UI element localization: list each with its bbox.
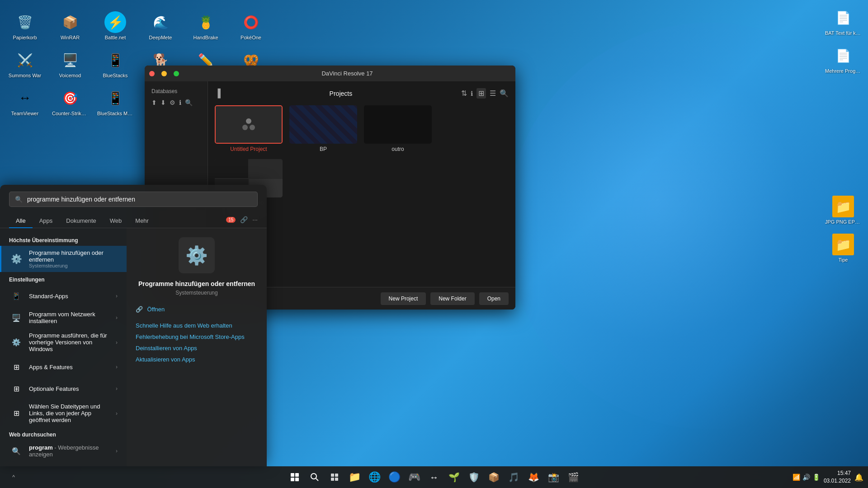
chrome-button[interactable]: 🔵 xyxy=(385,468,403,486)
grid-view-icon[interactable]: ⊞ xyxy=(476,88,486,99)
result-item-apps-features[interactable]: ⊞ Apps & Features › xyxy=(0,356,127,378)
web-search-term: program xyxy=(29,444,53,451)
desktop-icon-handbrake[interactable]: 🍍 HandBrake xyxy=(185,9,226,42)
volume-icon[interactable]: 🔊 xyxy=(802,474,810,481)
sidebar-icon-5[interactable]: 🔍 xyxy=(185,99,193,106)
result-main-netzwerk: Programm vom Netzwerk installieren xyxy=(29,311,110,324)
system-clock[interactable]: 15:47 03.01.2022 xyxy=(824,469,851,485)
section-hoechste-label: Höchste Übereinstimmung xyxy=(0,233,127,246)
result-icon-top: ⚙️ xyxy=(9,252,24,266)
tab-apps[interactable]: Apps xyxy=(33,214,60,228)
desktop-icon-jpg[interactable]: 📁 JPG PNG EPS SVG DXF xyxy=(823,193,863,227)
right-panel-link-0[interactable]: Schnelle Hilfe aus dem Web erhalten xyxy=(136,320,258,331)
tab-mehr[interactable]: Mehr xyxy=(128,214,156,228)
desktop-icon-teamviewer[interactable]: ↔️ TeamViewer xyxy=(5,85,45,118)
right-panel-open-link[interactable]: 🔗 Öffnen xyxy=(136,305,258,313)
more-options-icon[interactable]: ··· xyxy=(252,216,258,223)
desktop-icon-summoners[interactable]: ⚔️ Summons War xyxy=(5,47,45,80)
result-icon-apps-features: ⊞ xyxy=(9,360,24,374)
arrow-icon-apps-features: › xyxy=(116,364,118,370)
task-view-button[interactable] xyxy=(326,468,344,486)
open-button[interactable]: Open xyxy=(479,292,509,305)
app-taskbar-5[interactable]: 🦊 xyxy=(524,468,542,486)
filter-icon[interactable]: 🔗 xyxy=(240,216,248,223)
result-text-apps-features: Apps & Features xyxy=(29,364,110,371)
result-text-top: Programme hinzufügen oder entfernen Syst… xyxy=(29,249,118,268)
search-projects-icon[interactable]: 🔍 xyxy=(500,89,509,98)
file-explorer-button[interactable]: 📁 xyxy=(345,468,363,486)
start-button[interactable] xyxy=(286,468,304,486)
window-maximize-button[interactable] xyxy=(174,71,179,76)
new-project-button[interactable]: New Project xyxy=(381,292,426,305)
desktop-icon-bluestacks[interactable]: 📱 BlueStacks xyxy=(95,47,136,80)
desktop-icon-bat[interactable]: 📄 BAT Text für kopieren einfügen xyxy=(823,5,863,38)
right-panel-icon: ⚙️ xyxy=(179,237,215,273)
desktop-icon-deepmete[interactable]: 🌊 DeepMete xyxy=(140,9,181,42)
window-minimize-button[interactable] xyxy=(161,71,167,76)
app-taskbar-4[interactable]: 🎵 xyxy=(505,468,523,486)
project-item-untitled[interactable]: Untitled Project xyxy=(215,105,283,152)
new-folder-button[interactable]: New Folder xyxy=(430,292,474,305)
tab-dokumente[interactable]: Dokumente xyxy=(59,214,103,228)
network-icon[interactable]: 📶 xyxy=(793,474,800,481)
sidebar-icon-3[interactable]: ⚙ xyxy=(170,99,175,106)
result-item-ausfuehren[interactable]: ⚙️ Programme ausführen, die für vorherig… xyxy=(0,328,127,356)
search-input-wrapper[interactable]: 🔍 xyxy=(9,192,258,207)
right-panel-link-1[interactable]: Fehlerbehebung bei Microsoft Store-Apps xyxy=(136,331,258,343)
list-view-icon[interactable]: ☰ xyxy=(490,89,496,98)
window-close-button[interactable] xyxy=(149,71,155,76)
result-item-netzwerk[interactable]: 🖥️ Programm vom Netzwerk installieren › xyxy=(0,307,127,328)
sidebar-toggle-icon[interactable]: ▐ xyxy=(215,89,221,98)
battery-icon[interactable]: 🔋 xyxy=(812,474,820,481)
section-einstellungen-label: Einstellungen xyxy=(0,272,127,285)
desktop-icon-tipe[interactable]: 📁 Tipe xyxy=(823,231,863,265)
clock-time: 15:47 xyxy=(824,469,851,477)
app-taskbar-2[interactable]: 🛡️ xyxy=(465,468,483,486)
desktop-icon-bluestacks-multi[interactable]: 📱 BlueStacks Multi-Instan... xyxy=(95,85,136,118)
sidebar-icon-1[interactable]: ⬆ xyxy=(151,99,157,106)
result-main-web: program - Webergebnisse anzeigen xyxy=(29,444,110,458)
search-bar-area: 🔍 xyxy=(0,185,267,211)
info-icon[interactable]: ℹ xyxy=(471,90,473,97)
svg-rect-8 xyxy=(335,478,338,481)
desktop-icon-papierkorb[interactable]: 🗑️ Papierkorb xyxy=(5,9,45,42)
right-panel-open-label[interactable]: Öffnen xyxy=(147,304,165,315)
taskbar-search-button[interactable] xyxy=(306,468,324,486)
steam-button[interactable]: 🎮 xyxy=(405,468,423,486)
sidebar-icon-4[interactable]: ℹ xyxy=(179,99,181,106)
app-taskbar-3[interactable]: 📦 xyxy=(485,468,503,486)
right-panel-title: Programme hinzufügen oder entfernen xyxy=(136,280,258,287)
project-item-bp[interactable]: BP xyxy=(289,105,357,152)
search-input[interactable] xyxy=(27,196,252,203)
desktop-icon-winrar[interactable]: 📦 WinRAR xyxy=(50,9,90,42)
project-item-outro[interactable]: outro xyxy=(364,105,432,152)
result-item-top[interactable]: ⚙️ Programme hinzufügen oder entfernen S… xyxy=(0,246,127,272)
app-taskbar-6[interactable]: 📸 xyxy=(544,468,562,486)
desktop-icon-pokeone[interactable]: ⭕ PokéOne xyxy=(231,9,271,42)
desktop-icon-csgo[interactable]: 🎯 Counter-Strike: Global Offensive xyxy=(50,85,90,118)
notification-icon[interactable]: 🔔 xyxy=(854,473,863,482)
windows-logo-icon xyxy=(291,473,299,481)
sidebar-toggle-area: ▐ xyxy=(215,89,221,98)
davinci-logo-icon xyxy=(240,116,258,134)
sort-icon[interactable]: ⇅ xyxy=(461,89,467,98)
desktop-icon-battlenet[interactable]: ⚡ Battle.net xyxy=(95,9,136,42)
result-item-web[interactable]: 🔍 program - Webergebnisse anzeigen › xyxy=(0,440,127,462)
right-panel-link-2[interactable]: Deinstallieren von Apps xyxy=(136,343,258,354)
sidebar-icon-2[interactable]: ⬇ xyxy=(160,99,166,106)
tab-web[interactable]: Web xyxy=(103,214,129,228)
teamviewer-taskbar[interactable]: ↔️ xyxy=(425,468,443,486)
desktop-icon-voicemod[interactable]: 🖥️ Voicemod xyxy=(50,47,90,80)
app-taskbar-7[interactable]: 🎬 xyxy=(564,468,582,486)
result-item-optional[interactable]: ⊞ Optionale Features › xyxy=(0,378,127,399)
result-item-dateitypen[interactable]: ⊞ Wählen Sie Dateitypen und Links, die v… xyxy=(0,399,127,427)
project-toolbar-actions: ⇅ ℹ ⊞ ☰ 🔍 xyxy=(461,88,509,99)
edge-browser-button[interactable]: 🌐 xyxy=(365,468,383,486)
result-item-standard[interactable]: 📱 Standard-Apps › xyxy=(0,285,127,307)
tab-alle[interactable]: Alle xyxy=(9,214,33,228)
result-icon-netzwerk: 🖥️ xyxy=(9,310,24,325)
desktop-icon-mehrere[interactable]: 📄 Mehrere Programme öffnen Vorlage xyxy=(823,42,863,76)
system-tray-expand[interactable]: ^ xyxy=(5,468,23,486)
right-panel-link-3[interactable]: Aktualisieren von Apps xyxy=(136,354,258,365)
app-taskbar-1[interactable]: 🌱 xyxy=(445,468,463,486)
